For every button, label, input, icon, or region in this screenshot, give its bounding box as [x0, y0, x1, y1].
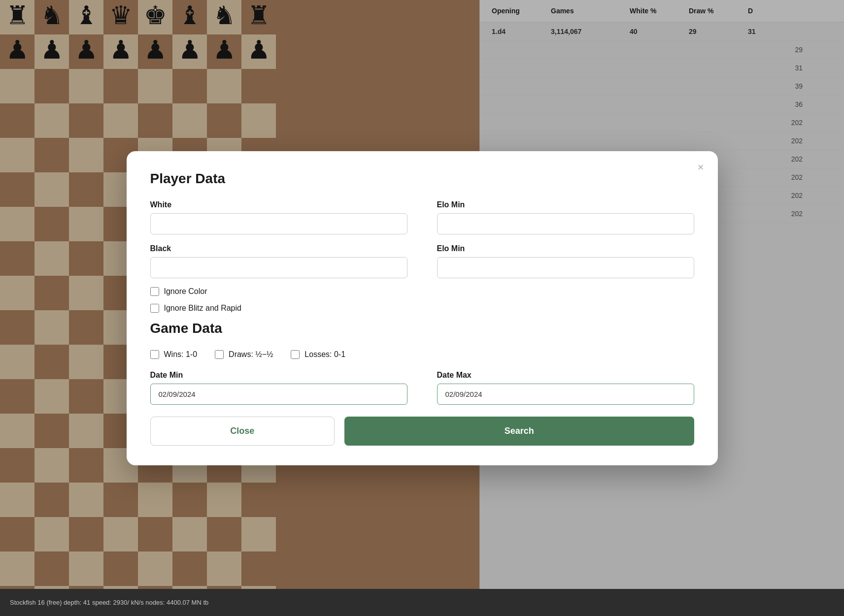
ignore-blitz-checkbox[interactable] — [150, 304, 159, 313]
close-button[interactable]: Close — [150, 417, 335, 446]
date-min-label: Date Min — [150, 371, 407, 380]
elo-min-2-input[interactable] — [437, 257, 694, 278]
draws-text: Draws: — [229, 350, 255, 358]
draws-row: Draws: ½−½ — [215, 350, 273, 359]
elo-min-2-label: Elo Min — [437, 244, 694, 253]
black-input[interactable] — [150, 257, 407, 278]
black-field-group: Black — [150, 244, 407, 278]
wins-row: Wins: 1-0 — [150, 350, 198, 359]
status-bar: Stockfish 16 (free) depth: 41 speed: 293… — [0, 589, 844, 616]
losses-row: Losses: 0-1 — [291, 350, 345, 359]
game-checkboxes-row: Wins: 1-0 Draws: ½−½ Losses: 0-1 — [150, 350, 694, 359]
date-form-grid: Date Min Date Max — [150, 371, 694, 405]
date-max-input[interactable] — [437, 384, 694, 405]
modal-backdrop: × Player Data White Elo Min Black E — [0, 0, 844, 616]
draws-label[interactable]: Draws: ½−½ — [229, 350, 273, 359]
wins-label[interactable]: Wins: 1-0 — [164, 350, 198, 359]
elo-min-1-input[interactable] — [437, 213, 694, 234]
ignore-blitz-row: Ignore Blitz and Rapid — [150, 304, 694, 313]
white-input[interactable] — [150, 213, 407, 234]
modal-title: Player Data — [150, 171, 694, 187]
date-max-group: Date Max — [437, 371, 694, 405]
search-button[interactable]: Search — [344, 417, 694, 446]
draws-checkbox[interactable] — [215, 350, 224, 359]
modal: × Player Data White Elo Min Black E — [127, 151, 718, 465]
losses-checkbox[interactable] — [291, 350, 300, 359]
date-min-group: Date Min — [150, 371, 407, 405]
close-icon: × — [698, 161, 704, 173]
ignore-blitz-label[interactable]: Ignore Blitz and Rapid — [164, 304, 241, 313]
losses-label[interactable]: Losses: 0-1 — [304, 350, 345, 359]
white-field-group: White — [150, 200, 407, 234]
elo-min-1-field-group: Elo Min — [437, 200, 694, 234]
status-text: Stockfish 16 (free) depth: 41 speed: 293… — [10, 599, 208, 606]
ignore-color-checkbox[interactable] — [150, 287, 159, 296]
game-data-title: Game Data — [150, 321, 694, 336]
date-min-input[interactable] — [150, 384, 407, 405]
ignore-color-row: Ignore Color — [150, 287, 694, 296]
date-max-label: Date Max — [437, 371, 694, 380]
wins-checkbox[interactable] — [150, 350, 159, 359]
draws-fraction: ½−½ — [255, 350, 273, 358]
elo-min-1-label: Elo Min — [437, 200, 694, 209]
game-data-section: Game Data Wins: 1-0 Draws: ½−½ Losses: 0… — [150, 321, 694, 405]
ignore-color-label[interactable]: Ignore Color — [164, 287, 207, 296]
modal-footer: Close Search — [150, 417, 694, 446]
black-label: Black — [150, 244, 407, 253]
close-icon-button[interactable]: × — [698, 162, 704, 173]
white-label: White — [150, 200, 407, 209]
elo-min-2-field-group: Elo Min — [437, 244, 694, 278]
player-form-grid: White Elo Min Black Elo Min — [150, 200, 694, 278]
